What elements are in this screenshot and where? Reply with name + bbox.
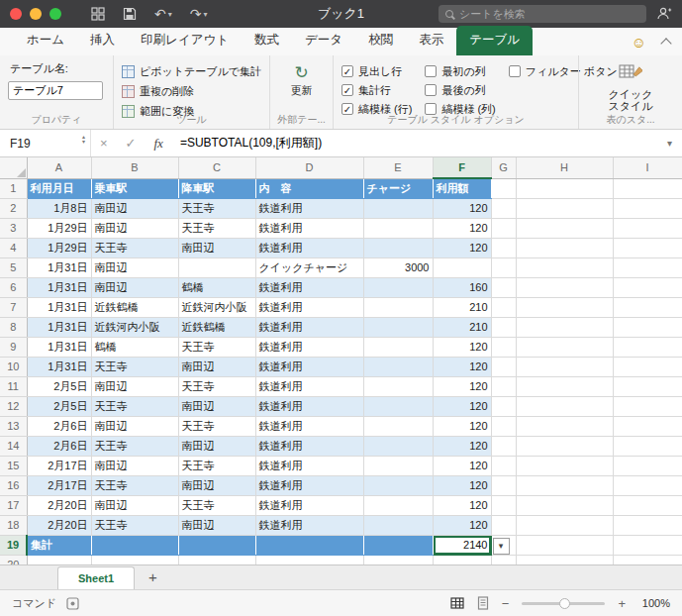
tab-view[interactable]: 表示 bbox=[406, 26, 456, 55]
cell-I5[interactable] bbox=[613, 258, 682, 278]
redo-button[interactable]: ↷ ▾ bbox=[190, 7, 208, 21]
cell-I2[interactable] bbox=[613, 199, 682, 219]
cell-F14[interactable]: 120 bbox=[433, 437, 491, 457]
cell-F4[interactable]: 120 bbox=[433, 239, 491, 258]
cell-G16[interactable] bbox=[491, 476, 516, 496]
cell-E14[interactable] bbox=[363, 437, 433, 457]
cell-F20[interactable] bbox=[433, 556, 491, 565]
cell-G19[interactable]: ▾ bbox=[491, 536, 516, 556]
column-header-I[interactable]: I bbox=[613, 157, 682, 178]
cell-I19[interactable] bbox=[613, 536, 682, 556]
cell-C4[interactable]: 南田辺 bbox=[178, 239, 255, 258]
cell-G17[interactable] bbox=[491, 496, 516, 516]
cell-B8[interactable]: 近鉄河内小阪 bbox=[91, 318, 178, 338]
cell-D2[interactable]: 鉄道利用 bbox=[255, 199, 363, 219]
cell-F7[interactable]: 210 bbox=[433, 298, 491, 318]
cell-C14[interactable]: 南田辺 bbox=[178, 437, 255, 457]
cell-B5[interactable]: 南田辺 bbox=[91, 258, 178, 278]
cell-F18[interactable]: 120 bbox=[433, 516, 491, 536]
cell-C5[interactable] bbox=[178, 258, 255, 278]
zoom-in-button[interactable]: + bbox=[618, 596, 626, 611]
row-header-15[interactable]: 15 bbox=[0, 457, 27, 476]
cell-I16[interactable] bbox=[613, 476, 682, 496]
record-macro-icon[interactable] bbox=[66, 597, 79, 610]
refresh-button[interactable]: ↻ 更新 bbox=[278, 64, 325, 98]
row-header-12[interactable]: 12 bbox=[0, 397, 27, 417]
cell-E2[interactable] bbox=[363, 199, 433, 219]
cell-A18[interactable]: 2月20日 bbox=[27, 516, 91, 536]
tab-table[interactable]: テーブル bbox=[456, 26, 533, 55]
quick-styles-button[interactable]: クイック スタイル bbox=[587, 62, 674, 112]
cell-D1[interactable]: 内 容 bbox=[255, 178, 363, 199]
cell-E10[interactable] bbox=[363, 358, 433, 377]
stepper-down-icon[interactable]: ▾ bbox=[82, 140, 85, 145]
cell-A16[interactable]: 2月17日 bbox=[27, 476, 91, 496]
cell-G2[interactable] bbox=[491, 199, 516, 219]
cell-A6[interactable]: 1月31日 bbox=[27, 278, 91, 298]
cell-G1[interactable] bbox=[491, 178, 516, 199]
column-header-E[interactable]: E bbox=[363, 157, 433, 178]
tab-formulas[interactable]: 数式 bbox=[242, 26, 292, 55]
style-option-header-row[interactable]: ✓見出し行 bbox=[341, 63, 412, 79]
tab-review[interactable]: 校閲 bbox=[355, 26, 406, 55]
cell-D13[interactable]: 鉄道利用 bbox=[255, 417, 363, 437]
cell-E1[interactable]: チャージ bbox=[363, 178, 433, 199]
cell-C20[interactable] bbox=[178, 556, 255, 565]
cell-G5[interactable] bbox=[491, 258, 516, 278]
cell-A9[interactable]: 1月31日 bbox=[27, 338, 91, 358]
row-header-2[interactable]: 2 bbox=[0, 199, 27, 219]
cell-G7[interactable] bbox=[491, 298, 516, 318]
undo-button[interactable]: ↶ ▾ bbox=[154, 7, 172, 21]
cell-E18[interactable] bbox=[363, 516, 433, 536]
cell-G10[interactable] bbox=[491, 358, 516, 377]
cell-B4[interactable]: 天王寺 bbox=[91, 239, 178, 258]
checkbox-icon[interactable]: ✓ bbox=[341, 84, 353, 96]
name-box-stepper[interactable]: ▴ ▾ bbox=[82, 135, 85, 145]
page-layout-view-icon[interactable] bbox=[477, 596, 489, 610]
cell-G11[interactable] bbox=[491, 377, 516, 397]
cell-I11[interactable] bbox=[613, 377, 682, 397]
cell-G20[interactable] bbox=[491, 556, 516, 565]
cell-E11[interactable] bbox=[363, 377, 433, 397]
cell-H11[interactable] bbox=[516, 377, 613, 397]
cell-B18[interactable]: 天王寺 bbox=[91, 516, 178, 536]
cell-C6[interactable]: 鶴橋 bbox=[178, 278, 255, 298]
cell-G13[interactable] bbox=[491, 417, 516, 437]
cell-A4[interactable]: 1月29日 bbox=[27, 239, 91, 258]
cell-H4[interactable] bbox=[516, 239, 613, 258]
cell-B15[interactable]: 南田辺 bbox=[91, 457, 178, 476]
cell-H14[interactable] bbox=[516, 437, 613, 457]
cell-E6[interactable] bbox=[363, 278, 433, 298]
cell-A12[interactable]: 2月5日 bbox=[27, 397, 91, 417]
cell-H6[interactable] bbox=[516, 278, 613, 298]
cell-E7[interactable] bbox=[363, 298, 433, 318]
cell-F10[interactable]: 120 bbox=[433, 358, 491, 377]
row-header-10[interactable]: 10 bbox=[0, 358, 27, 377]
summarize-with-pivot-button[interactable]: ピボットテーブルで集計 bbox=[122, 62, 261, 80]
cell-A20[interactable] bbox=[27, 556, 91, 565]
cell-E17[interactable] bbox=[363, 496, 433, 516]
cell-B10[interactable]: 天王寺 bbox=[91, 358, 178, 377]
cell-I1[interactable] bbox=[613, 178, 682, 199]
cell-I6[interactable] bbox=[613, 278, 682, 298]
cell-H2[interactable] bbox=[516, 199, 613, 219]
cell-D11[interactable]: 鉄道利用 bbox=[255, 377, 363, 397]
cell-F13[interactable]: 120 bbox=[433, 417, 491, 437]
cell-H18[interactable] bbox=[516, 516, 613, 536]
cell-B14[interactable]: 天王寺 bbox=[91, 437, 178, 457]
cell-F11[interactable]: 120 bbox=[433, 377, 491, 397]
row-header-14[interactable]: 14 bbox=[0, 437, 27, 457]
cell-I12[interactable] bbox=[613, 397, 682, 417]
cell-G4[interactable] bbox=[491, 239, 516, 258]
cell-B6[interactable]: 南田辺 bbox=[91, 278, 178, 298]
search-box[interactable]: シートを検索 bbox=[438, 5, 646, 23]
row-header-9[interactable]: 9 bbox=[0, 338, 27, 358]
row-header-5[interactable]: 5 bbox=[0, 258, 27, 278]
cell-H16[interactable] bbox=[516, 476, 613, 496]
cell-G18[interactable] bbox=[491, 516, 516, 536]
cell-E13[interactable] bbox=[363, 417, 433, 437]
cell-C16[interactable]: 南田辺 bbox=[178, 476, 255, 496]
zoom-percentage[interactable]: 100% bbox=[638, 597, 670, 609]
fullscreen-button[interactable] bbox=[49, 8, 61, 20]
cell-D17[interactable]: 鉄道利用 bbox=[255, 496, 363, 516]
